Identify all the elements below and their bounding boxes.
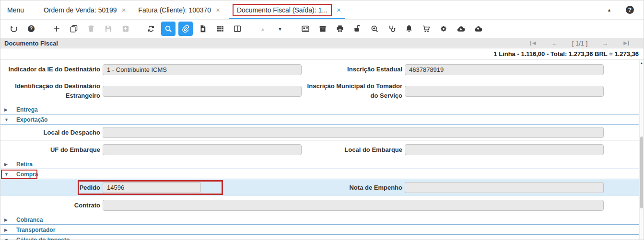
- section-retira[interactable]: ▶ Retira: [0, 160, 640, 169]
- caret-right-icon: ▶: [4, 162, 16, 167]
- tab-documento-fiscal[interactable]: Documento Fiscal (Saída): 1... ×: [226, 0, 347, 19]
- caret-right-icon: ▶: [4, 107, 16, 112]
- help-icon[interactable]: ?: [626, 6, 634, 14]
- section-label: Retira: [16, 161, 33, 168]
- previous-page-icon[interactable]: ←: [551, 40, 558, 46]
- cloud-upload-icon[interactable]: [471, 22, 485, 36]
- section-label: Exportação: [16, 116, 47, 123]
- section-label: Cálculo do Imposto: [16, 237, 70, 240]
- local-embarque-input[interactable]: [405, 144, 604, 155]
- section-calculo-imposto[interactable]: ▼ Cálculo do Imposto: [0, 236, 640, 240]
- form-row: Local de Despacho: [0, 125, 640, 141]
- svg-text:?: ?: [30, 26, 33, 31]
- form-row: Indicador da IE do Destinatário Inscriçã…: [0, 60, 640, 78]
- first-page-icon[interactable]: ◀: [530, 41, 536, 46]
- close-icon[interactable]: ×: [337, 6, 341, 13]
- toolbar: ? ▲ ▼: [0, 20, 644, 38]
- tab-label: Ordem de Venda: 50199: [44, 6, 117, 14]
- section-label: Transportador: [16, 227, 55, 233]
- section-label: Entrega: [16, 106, 38, 113]
- field-label-pedido: Pedido: [0, 183, 100, 193]
- section-transportador[interactable]: ▶ Transportador: [0, 226, 640, 235]
- undo-icon[interactable]: [7, 22, 21, 36]
- indicador-ie-input[interactable]: [103, 64, 302, 75]
- caret-right-icon: ▶: [4, 217, 16, 222]
- attachment-icon[interactable]: [178, 22, 193, 36]
- menu-button[interactable]: Menu: [7, 0, 24, 19]
- tabbar-right-controls: ▲ ?: [607, 0, 644, 19]
- delete-icon[interactable]: [84, 22, 98, 36]
- section-entrega[interactable]: ▶ Entrega: [0, 105, 640, 114]
- add-box-icon[interactable]: [118, 22, 133, 36]
- form-row: UF do Embarque Local do Embarque: [0, 141, 640, 159]
- field-label-contrato: Contrato: [0, 201, 100, 210]
- print-icon[interactable]: [333, 22, 347, 36]
- zoom-in-icon[interactable]: [367, 22, 382, 36]
- last-page-icon[interactable]: ▶: [623, 41, 629, 46]
- cloud-download-icon[interactable]: [454, 22, 468, 36]
- caret-right-icon: ▶: [4, 228, 16, 232]
- archive-icon[interactable]: [316, 22, 330, 36]
- section-compra[interactable]: ▼ Compra: [0, 170, 640, 179]
- diagnostics-icon[interactable]: [385, 22, 399, 36]
- field-label-identificacao-destinatario: Identificação do Destinatário Estrangeir…: [0, 81, 100, 101]
- section-cobranca[interactable]: ▶ Cobranca: [0, 216, 640, 225]
- page-indicator: [ 1/1 ]: [572, 40, 588, 47]
- form-area: Indicador da IE do Destinatário Inscriçã…: [0, 60, 640, 240]
- close-icon[interactable]: ×: [216, 6, 220, 13]
- panel-title: Documento Fiscal: [4, 40, 58, 47]
- contrato-input[interactable]: [103, 200, 604, 211]
- tab-ordem-de-venda[interactable]: Ordem de Venda: 50199 ×: [37, 0, 132, 19]
- local-despacho-input[interactable]: [103, 127, 604, 138]
- save-icon[interactable]: [101, 22, 116, 36]
- section-label: Compra: [16, 171, 38, 178]
- caret-down-icon: ▼: [4, 172, 16, 177]
- form-row-highlighted: Pedido Nota de Empenho: [0, 179, 640, 196]
- caret-down-icon: ▼: [4, 117, 16, 122]
- caret-down-icon: ▼: [4, 238, 16, 240]
- annotation-box-tab: Documento Fiscal (Saída): 1...: [233, 4, 332, 16]
- panel-header: Documento Fiscal ◀ ← [ 1/1 ] → ▶: [0, 38, 644, 48]
- tab-fatura-cliente[interactable]: Fatura (Cliente): 100370 ×: [132, 0, 226, 19]
- document-icon[interactable]: [196, 22, 210, 36]
- next-page-icon[interactable]: →: [602, 40, 608, 46]
- table-icon[interactable]: [213, 22, 227, 36]
- cart-icon[interactable]: [419, 22, 433, 36]
- scrollbar-thumb[interactable]: [640, 137, 643, 208]
- tab-label: Documento Fiscal (Saída): 1...: [237, 6, 328, 14]
- columns-icon[interactable]: [230, 22, 245, 36]
- collapse-panel-icon[interactable]: ▲: [607, 8, 611, 12]
- add-icon[interactable]: [49, 22, 64, 36]
- vertical-scrollbar[interactable]: ▲: [639, 60, 644, 240]
- copy-icon[interactable]: [67, 22, 81, 36]
- collapse-up-icon[interactable]: ▲: [256, 22, 270, 36]
- settings-gear-icon[interactable]: [436, 22, 451, 36]
- nota-empenho-input[interactable]: [405, 182, 604, 193]
- unlock-icon[interactable]: [350, 22, 364, 36]
- pedido-input[interactable]: [103, 182, 201, 193]
- identificacao-destinatario-input[interactable]: [103, 86, 302, 97]
- expand-down-icon[interactable]: ▼: [273, 22, 287, 36]
- help-circle-icon[interactable]: ?: [24, 22, 38, 36]
- field-label-local-despacho: Local de Despacho: [0, 128, 100, 137]
- card-view-icon[interactable]: [298, 22, 313, 36]
- form-row: Contrato: [0, 196, 640, 215]
- field-label-inscricao-municipal: Inscrição Municipal do Tomador do Serviç…: [302, 81, 402, 101]
- close-icon[interactable]: ×: [122, 6, 126, 13]
- field-label-nota-empenho: Nota de Empenho: [302, 183, 402, 193]
- field-label-uf-embarque: UF do Embarque: [0, 145, 100, 155]
- totals-summary: 1 Linha - 1.116,00 - Total: 1.273,36 BRL…: [493, 50, 639, 57]
- section-exportacao[interactable]: ▼ Exportação: [0, 115, 640, 125]
- tab-label: Fatura (Cliente): 100370: [138, 6, 211, 14]
- field-label-inscricao-estadual: Inscrição Estadual: [302, 65, 402, 74]
- inscricao-municipal-input[interactable]: [405, 86, 604, 97]
- refresh-icon[interactable]: [144, 22, 158, 36]
- field-label-local-embarque: Local do Embarque: [302, 145, 402, 155]
- notifications-icon[interactable]: [402, 22, 416, 36]
- inscricao-estadual-input[interactable]: [405, 64, 604, 75]
- scroll-up-icon[interactable]: ▲: [640, 61, 644, 65]
- uf-embarque-input[interactable]: [103, 144, 302, 155]
- field-label-indicador-ie: Indicador da IE do Destinatário: [0, 65, 100, 74]
- search-icon[interactable]: [161, 22, 176, 36]
- tab-bar: Menu Ordem de Venda: 50199 × Fatura (Cli…: [0, 0, 644, 20]
